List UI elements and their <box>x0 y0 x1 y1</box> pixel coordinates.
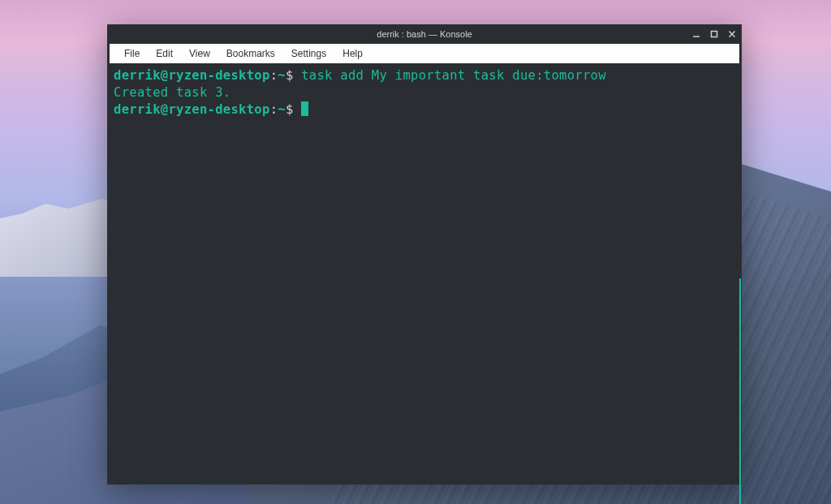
prompt-separator: : <box>270 68 278 83</box>
prompt-path: ~ <box>278 68 286 83</box>
prompt-path: ~ <box>278 102 286 117</box>
minimize-button[interactable] <box>691 29 701 39</box>
window-title: derrik : bash — Konsole <box>377 29 471 39</box>
svg-rect-1 <box>712 32 717 37</box>
prompt-user-host: derrik@ryzen-desktop <box>114 68 270 83</box>
window-controls <box>691 24 737 44</box>
output-text: Created task 3. <box>114 85 230 100</box>
scrollbar-indicator[interactable] <box>739 278 741 504</box>
command-text: task add My important task due:tomorrow <box>301 68 606 83</box>
prompt-user-host: derrik@ryzen-desktop <box>114 102 270 117</box>
terminal-line: Created task 3. <box>114 84 735 101</box>
menu-edit[interactable]: Edit <box>148 44 181 63</box>
close-button[interactable] <box>727 29 737 39</box>
terminal-content[interactable]: derrik@ryzen-desktop:~$ task add My impo… <box>107 63 742 485</box>
prompt-dollar: $ <box>286 102 301 117</box>
menu-help[interactable]: Help <box>334 44 371 63</box>
menu-bookmarks[interactable]: Bookmarks <box>218 44 283 63</box>
maximize-button[interactable] <box>709 29 719 39</box>
terminal-window: derrik : bash — Konsole File Edit View B… <box>107 24 742 485</box>
terminal-line: derrik@ryzen-desktop:~$ task add My impo… <box>114 67 735 84</box>
terminal-line: derrik@ryzen-desktop:~$ <box>114 101 735 118</box>
menu-settings[interactable]: Settings <box>283 44 334 63</box>
terminal-cursor <box>301 101 308 116</box>
window-titlebar[interactable]: derrik : bash — Konsole <box>107 24 742 44</box>
menu-view[interactable]: View <box>181 44 218 63</box>
prompt-dollar: $ <box>286 68 301 83</box>
menubar: File Edit View Bookmarks Settings Help <box>110 44 739 63</box>
menu-file[interactable]: File <box>116 44 148 63</box>
prompt-separator: : <box>270 102 278 117</box>
